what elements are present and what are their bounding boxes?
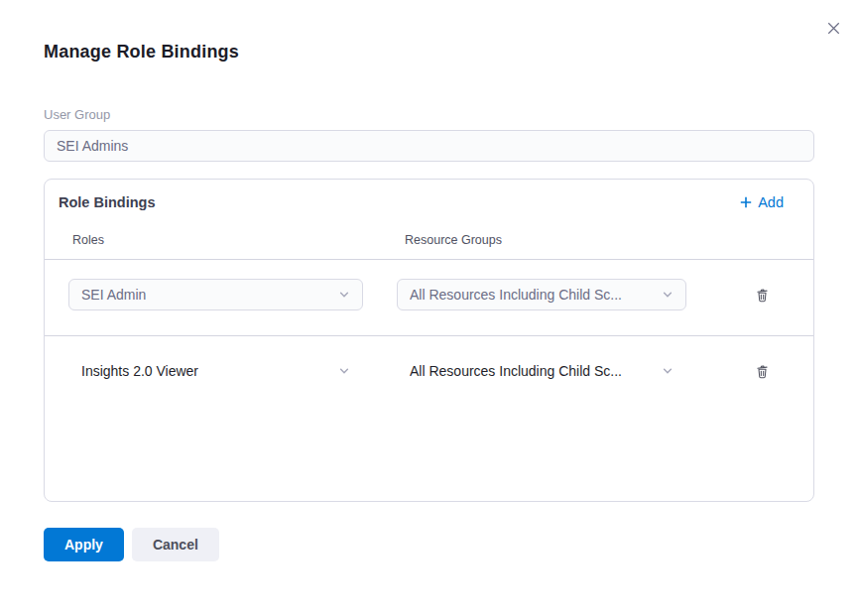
cancel-button[interactable]: Cancel [132, 528, 219, 561]
delete-row-button[interactable] [750, 283, 774, 307]
modal-footer: Apply Cancel [44, 528, 814, 561]
role-bindings-title: Role Bindings [59, 194, 155, 210]
trash-icon [754, 287, 771, 304]
add-button-label: Add [758, 194, 784, 210]
role-select[interactable]: Insights 2.0 Viewer [68, 355, 363, 387]
trash-icon [754, 363, 771, 380]
role-select-disabled[interactable]: SEI Admin [68, 279, 363, 310]
plus-icon [739, 195, 753, 209]
resource-group-select-value: All Resources Including Child Sc... [410, 287, 622, 303]
user-group-input[interactable] [44, 130, 814, 162]
resource-group-select-disabled[interactable]: All Resources Including Child Sc... [397, 279, 686, 310]
modal-title: Manage Role Bindings [44, 42, 814, 62]
chevron-down-icon [662, 289, 674, 301]
chevron-down-icon [662, 365, 674, 377]
resource-group-select[interactable]: All Resources Including Child Sc... [397, 355, 686, 387]
table-row: SEI Admin All Resources Including Child … [45, 260, 813, 323]
apply-button[interactable]: Apply [44, 528, 124, 561]
role-bindings-header: Role Bindings Add [45, 180, 813, 210]
column-header-roles: Roles [72, 233, 405, 247]
resource-group-select-value: All Resources Including Child Sc... [410, 363, 622, 379]
user-group-label: User Group [44, 107, 814, 122]
role-select-value: Insights 2.0 Viewer [81, 363, 198, 379]
table-row: Insights 2.0 Viewer All Resources Includ… [45, 336, 813, 400]
role-select-value: SEI Admin [81, 287, 146, 303]
table-column-headers: Roles Resource Groups [45, 233, 813, 247]
modal-body: Manage Role Bindings User Group Role Bin… [0, 0, 858, 561]
close-button[interactable] [822, 17, 844, 39]
column-header-resource-groups: Resource Groups [405, 233, 502, 247]
add-role-binding-button[interactable]: Add [739, 194, 784, 210]
chevron-down-icon [338, 289, 350, 301]
close-icon [824, 19, 843, 38]
chevron-down-icon [338, 365, 350, 377]
role-bindings-card: Role Bindings Add Roles Resource Groups … [44, 179, 814, 502]
delete-row-button[interactable] [750, 359, 774, 383]
